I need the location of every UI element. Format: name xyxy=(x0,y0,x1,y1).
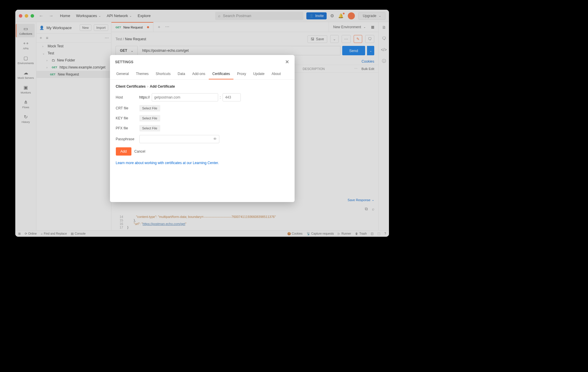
key-label: KEY file xyxy=(116,116,139,120)
host-input[interactable] xyxy=(152,93,218,101)
host-label: Host xyxy=(116,95,139,99)
modal-actions: Add Cancel xyxy=(116,147,289,156)
passphrase-row: Passphrase 👁 xyxy=(116,135,289,143)
learn-more-link[interactable]: Learn more about working with certificat… xyxy=(116,161,219,165)
passphrase-input[interactable] xyxy=(139,135,219,143)
host-row: Host https:// : xyxy=(116,93,289,101)
cancel-button[interactable]: Cancel xyxy=(134,149,145,154)
crt-select-file-button[interactable]: Select File xyxy=(139,105,160,111)
settings-modal: SETTINGS ✕ General Themes Shortcuts Data… xyxy=(110,55,295,202)
modal-body: Client Certificates›Add Certificate Host… xyxy=(110,80,295,170)
modal-overlay[interactable]: SETTINGS ✕ General Themes Shortcuts Data… xyxy=(15,10,389,237)
modal-title: SETTINGS xyxy=(115,60,133,64)
https-prefix: https:// xyxy=(139,95,150,99)
tab-proxy[interactable]: Proxy xyxy=(233,69,250,79)
pfx-row: PFX file Select File xyxy=(116,125,289,131)
settings-tabs: General Themes Shortcuts Data Add-ons Ce… xyxy=(110,69,295,80)
tab-about[interactable]: About xyxy=(268,69,284,79)
modal-header: SETTINGS ✕ xyxy=(110,55,295,69)
key-row: KEY file Select File xyxy=(116,115,289,121)
tab-themes[interactable]: Themes xyxy=(132,69,152,79)
key-select-file-button[interactable]: Select File xyxy=(139,115,160,121)
pfx-label: PFX file xyxy=(116,126,139,130)
tab-add-ons[interactable]: Add-ons xyxy=(189,69,209,79)
tab-update[interactable]: Update xyxy=(250,69,268,79)
crt-row: CRT file Select File xyxy=(116,105,289,111)
tab-data[interactable]: Data xyxy=(174,69,188,79)
app-window: ← → Home Workspaces⌄ API Network⌄ Explor… xyxy=(15,10,389,237)
passphrase-label: Passphrase xyxy=(116,137,139,141)
eye-icon[interactable]: 👁 xyxy=(213,137,217,141)
tab-shortcuts[interactable]: Shortcuts xyxy=(152,69,174,79)
tab-general[interactable]: General xyxy=(113,69,133,79)
certificates-breadcrumb: Client Certificates›Add Certificate xyxy=(116,84,289,89)
port-separator: : xyxy=(220,95,221,99)
crt-label: CRT file xyxy=(116,106,139,110)
add-button[interactable]: Add xyxy=(116,147,131,156)
port-input[interactable] xyxy=(223,93,241,101)
pfx-select-file-button[interactable]: Select File xyxy=(139,125,160,131)
close-icon[interactable]: ✕ xyxy=(285,59,289,65)
tab-certificates[interactable]: Certificates xyxy=(209,69,233,79)
